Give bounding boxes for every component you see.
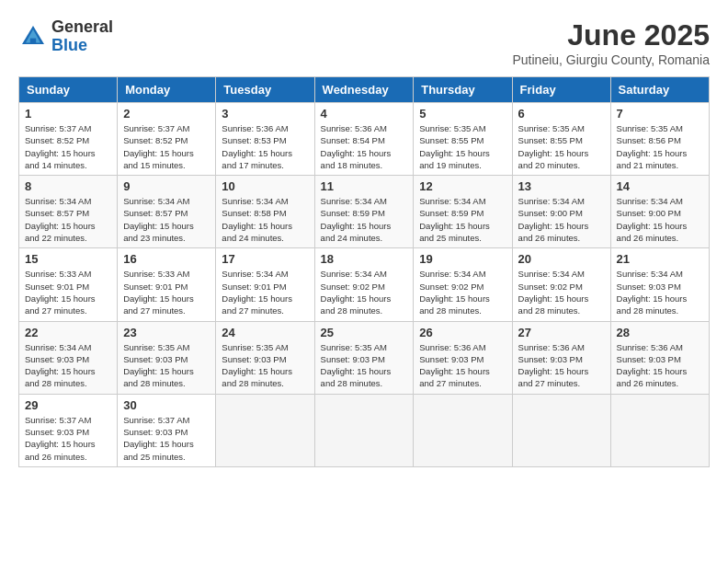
day-number: 27 bbox=[518, 326, 605, 339]
col-friday: Friday bbox=[512, 77, 610, 103]
day-info: Sunrise: 5:34 AM Sunset: 8:58 PM Dayligh… bbox=[222, 195, 308, 244]
col-tuesday: Tuesday bbox=[216, 77, 314, 103]
table-row: 21 Sunrise: 5:34 AM Sunset: 9:03 PM Dayl… bbox=[610, 248, 709, 321]
page-header: General Blue June 2025 Putineiu, Giurgiu… bbox=[18, 18, 710, 67]
col-sunday: Sunday bbox=[19, 77, 118, 103]
day-number: 11 bbox=[321, 179, 408, 193]
logo: General Blue bbox=[18, 18, 113, 55]
col-thursday: Thursday bbox=[414, 77, 512, 103]
day-info: Sunrise: 5:36 AM Sunset: 9:03 PM Dayligh… bbox=[419, 341, 506, 390]
day-number: 15 bbox=[25, 252, 111, 266]
table-row: 12 Sunrise: 5:34 AM Sunset: 8:59 PM Dayl… bbox=[414, 176, 512, 248]
table-row: 13 Sunrise: 5:34 AM Sunset: 9:00 PM Dayl… bbox=[512, 176, 610, 248]
day-info: Sunrise: 5:36 AM Sunset: 9:03 PM Dayligh… bbox=[617, 341, 703, 390]
day-info: Sunrise: 5:34 AM Sunset: 9:03 PM Dayligh… bbox=[25, 341, 111, 390]
table-row: 24 Sunrise: 5:35 AM Sunset: 9:03 PM Dayl… bbox=[216, 321, 314, 394]
col-saturday: Saturday bbox=[610, 77, 709, 103]
day-number: 8 bbox=[25, 179, 111, 193]
logo-icon bbox=[18, 22, 48, 52]
day-info: Sunrise: 5:34 AM Sunset: 9:00 PM Dayligh… bbox=[518, 195, 605, 244]
day-number: 16 bbox=[123, 252, 210, 266]
month-title: June 2025 bbox=[512, 18, 710, 52]
day-number: 19 bbox=[419, 252, 506, 266]
table-row: 30 Sunrise: 5:37 AM Sunset: 9:03 PM Dayl… bbox=[118, 394, 216, 466]
day-info: Sunrise: 5:35 AM Sunset: 9:03 PM Dayligh… bbox=[222, 341, 308, 390]
day-info: Sunrise: 5:36 AM Sunset: 9:03 PM Dayligh… bbox=[518, 341, 605, 390]
day-info: Sunrise: 5:35 AM Sunset: 8:56 PM Dayligh… bbox=[617, 122, 703, 171]
week-row-4: 22 Sunrise: 5:34 AM Sunset: 9:03 PM Dayl… bbox=[19, 321, 710, 394]
table-row: 16 Sunrise: 5:33 AM Sunset: 9:01 PM Dayl… bbox=[118, 248, 216, 321]
day-info: Sunrise: 5:34 AM Sunset: 8:57 PM Dayligh… bbox=[25, 195, 111, 244]
day-info: Sunrise: 5:36 AM Sunset: 8:54 PM Dayligh… bbox=[321, 122, 408, 171]
table-row: 19 Sunrise: 5:34 AM Sunset: 9:02 PM Dayl… bbox=[414, 248, 512, 321]
table-row bbox=[314, 394, 414, 466]
table-row: 3 Sunrise: 5:36 AM Sunset: 8:53 PM Dayli… bbox=[216, 103, 314, 176]
day-number: 25 bbox=[321, 326, 408, 339]
day-number: 14 bbox=[617, 179, 703, 193]
day-number: 23 bbox=[123, 326, 210, 339]
calendar-table: Sunday Monday Tuesday Wednesday Thursday… bbox=[18, 76, 710, 467]
table-row: 27 Sunrise: 5:36 AM Sunset: 9:03 PM Dayl… bbox=[512, 321, 610, 394]
day-info: Sunrise: 5:34 AM Sunset: 9:02 PM Dayligh… bbox=[321, 268, 408, 316]
table-row bbox=[610, 394, 709, 466]
table-row: 20 Sunrise: 5:34 AM Sunset: 9:02 PM Dayl… bbox=[512, 248, 610, 321]
day-info: Sunrise: 5:35 AM Sunset: 9:03 PM Dayligh… bbox=[123, 341, 210, 390]
day-info: Sunrise: 5:34 AM Sunset: 8:59 PM Dayligh… bbox=[321, 195, 408, 244]
table-row: 26 Sunrise: 5:36 AM Sunset: 9:03 PM Dayl… bbox=[414, 321, 512, 394]
table-row bbox=[414, 394, 512, 466]
day-number: 28 bbox=[617, 326, 703, 339]
day-info: Sunrise: 5:34 AM Sunset: 8:59 PM Dayligh… bbox=[419, 195, 506, 244]
day-number: 4 bbox=[321, 107, 408, 121]
table-row: 4 Sunrise: 5:36 AM Sunset: 8:54 PM Dayli… bbox=[314, 103, 414, 176]
col-monday: Monday bbox=[118, 77, 216, 103]
day-number: 9 bbox=[123, 179, 210, 193]
col-wednesday: Wednesday bbox=[314, 77, 414, 103]
table-row: 2 Sunrise: 5:37 AM Sunset: 8:52 PM Dayli… bbox=[118, 103, 216, 176]
title-block: June 2025 Putineiu, Giurgiu County, Roma… bbox=[512, 18, 710, 67]
week-row-5: 29 Sunrise: 5:37 AM Sunset: 9:03 PM Dayl… bbox=[19, 394, 710, 466]
day-number: 12 bbox=[419, 179, 506, 193]
svg-rect-2 bbox=[30, 38, 36, 43]
day-info: Sunrise: 5:33 AM Sunset: 9:01 PM Dayligh… bbox=[25, 268, 111, 316]
day-number: 10 bbox=[222, 179, 308, 193]
day-info: Sunrise: 5:34 AM Sunset: 9:00 PM Dayligh… bbox=[617, 195, 703, 244]
day-number: 29 bbox=[25, 398, 111, 412]
table-row: 23 Sunrise: 5:35 AM Sunset: 9:03 PM Dayl… bbox=[118, 321, 216, 394]
table-row: 17 Sunrise: 5:34 AM Sunset: 9:01 PM Dayl… bbox=[216, 248, 314, 321]
logo-blue-text: Blue bbox=[51, 37, 113, 55]
table-row: 9 Sunrise: 5:34 AM Sunset: 8:57 PM Dayli… bbox=[118, 176, 216, 248]
table-row: 5 Sunrise: 5:35 AM Sunset: 8:55 PM Dayli… bbox=[414, 103, 512, 176]
day-info: Sunrise: 5:37 AM Sunset: 8:52 PM Dayligh… bbox=[25, 122, 111, 171]
day-info: Sunrise: 5:37 AM Sunset: 9:03 PM Dayligh… bbox=[25, 414, 111, 463]
day-info: Sunrise: 5:34 AM Sunset: 9:02 PM Dayligh… bbox=[518, 268, 605, 316]
week-row-2: 8 Sunrise: 5:34 AM Sunset: 8:57 PM Dayli… bbox=[19, 176, 710, 248]
table-row: 29 Sunrise: 5:37 AM Sunset: 9:03 PM Dayl… bbox=[19, 394, 118, 466]
day-info: Sunrise: 5:35 AM Sunset: 9:03 PM Dayligh… bbox=[321, 341, 408, 390]
table-row: 1 Sunrise: 5:37 AM Sunset: 8:52 PM Dayli… bbox=[19, 103, 118, 176]
day-info: Sunrise: 5:37 AM Sunset: 8:52 PM Dayligh… bbox=[123, 122, 210, 171]
day-info: Sunrise: 5:35 AM Sunset: 8:55 PM Dayligh… bbox=[518, 122, 605, 171]
table-row: 6 Sunrise: 5:35 AM Sunset: 8:55 PM Dayli… bbox=[512, 103, 610, 176]
table-row: 10 Sunrise: 5:34 AM Sunset: 8:58 PM Dayl… bbox=[216, 176, 314, 248]
day-number: 2 bbox=[123, 107, 210, 121]
day-number: 20 bbox=[518, 252, 605, 266]
table-row bbox=[216, 394, 314, 466]
day-number: 21 bbox=[617, 252, 703, 266]
day-number: 5 bbox=[419, 107, 506, 121]
day-number: 30 bbox=[123, 398, 210, 412]
table-row: 7 Sunrise: 5:35 AM Sunset: 8:56 PM Dayli… bbox=[610, 103, 709, 176]
day-number: 17 bbox=[222, 252, 308, 266]
day-number: 26 bbox=[419, 326, 506, 339]
table-row: 14 Sunrise: 5:34 AM Sunset: 9:00 PM Dayl… bbox=[610, 176, 709, 248]
day-number: 7 bbox=[617, 107, 703, 121]
day-info: Sunrise: 5:34 AM Sunset: 8:57 PM Dayligh… bbox=[123, 195, 210, 244]
weekday-header-row: Sunday Monday Tuesday Wednesday Thursday… bbox=[19, 77, 710, 103]
day-info: Sunrise: 5:34 AM Sunset: 9:03 PM Dayligh… bbox=[617, 268, 703, 316]
table-row: 22 Sunrise: 5:34 AM Sunset: 9:03 PM Dayl… bbox=[19, 321, 118, 394]
table-row: 25 Sunrise: 5:35 AM Sunset: 9:03 PM Dayl… bbox=[314, 321, 414, 394]
table-row: 8 Sunrise: 5:34 AM Sunset: 8:57 PM Dayli… bbox=[19, 176, 118, 248]
logo-general-text: General bbox=[51, 18, 113, 37]
day-info: Sunrise: 5:37 AM Sunset: 9:03 PM Dayligh… bbox=[123, 414, 210, 463]
day-info: Sunrise: 5:36 AM Sunset: 8:53 PM Dayligh… bbox=[222, 122, 308, 171]
day-number: 24 bbox=[222, 326, 308, 339]
